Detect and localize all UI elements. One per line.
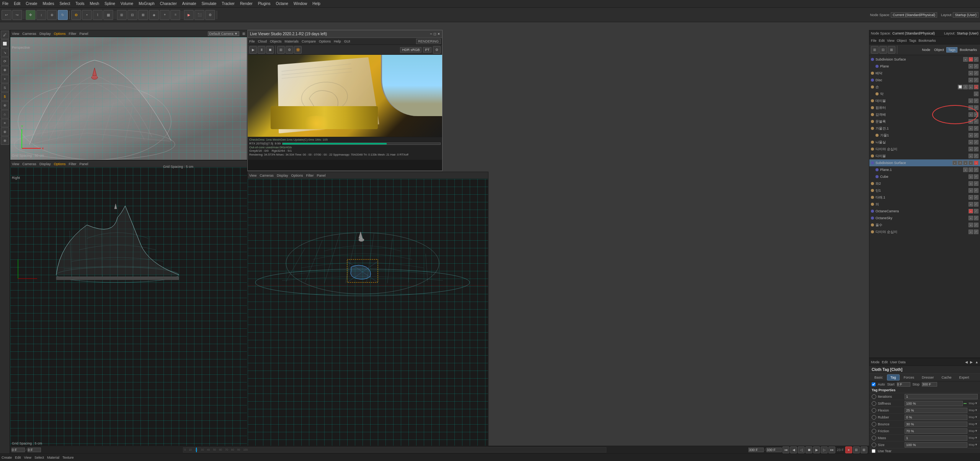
icon-24b[interactable]: ✓	[974, 216, 978, 220]
redo-btn[interactable]: ↪	[12, 10, 22, 20]
tool5[interactable]: ⌖	[160, 10, 170, 20]
menu-octane[interactable]: Octane	[276, 2, 288, 6]
vp-br-filter[interactable]: Filter	[306, 174, 314, 177]
stiff-arrow[interactable]: ▼	[975, 402, 978, 405]
lv-menu-options[interactable]: Options	[319, 39, 331, 43]
vp-br-panel[interactable]: Panel	[317, 174, 325, 177]
lv-tool2[interactable]: ⏸	[258, 46, 265, 54]
bounce-arrow[interactable]: ▼	[975, 422, 978, 426]
obj-computer[interactable]: 컴퓨터 ▪ ✓	[869, 104, 980, 111]
sidebar-btn-2[interactable]: ⬜	[1, 39, 9, 48]
menu-window[interactable]: Window	[294, 2, 307, 6]
icon-5a[interactable]: ⬜	[958, 85, 962, 89]
lv-menu-compare[interactable]: Compare	[302, 39, 316, 43]
auto-checkbox[interactable]	[872, 382, 875, 386]
lv-tool5[interactable]: ⚙	[286, 46, 293, 54]
rp-tool1[interactable]: ⊞	[871, 46, 879, 54]
bounce-circle[interactable]	[872, 422, 876, 427]
obj-subdiv2[interactable]: Subdivision Surface ▪ ⚠ ▪ ▪ ▪	[869, 159, 980, 166]
vp-bl-panel[interactable]: Panel	[79, 162, 88, 166]
vp-tl-view[interactable]: View	[12, 32, 19, 36]
obj-plane[interactable]: Plane ▪ ✓	[869, 63, 980, 70]
render3-btn[interactable]: ⚙	[205, 10, 215, 20]
tool6[interactable]: ⌗	[170, 10, 180, 20]
viewport-perspective[interactable]: View Cameras Display Options Filter Pane…	[10, 30, 247, 160]
menu-tracker[interactable]: Tracker	[222, 2, 235, 6]
point-mode-btn[interactable]: •	[82, 10, 92, 20]
icon-11b[interactable]: ✓	[974, 126, 978, 131]
stop-btn[interactable]: ⏹	[805, 446, 812, 453]
rp-tool3[interactable]: ⊠	[888, 46, 895, 54]
icon-4a[interactable]: ▪	[969, 78, 973, 82]
props-nav-fwd[interactable]: ▶	[970, 360, 973, 364]
icon-24a[interactable]: ▪	[969, 216, 973, 220]
icon-12b[interactable]: ✓	[974, 133, 978, 138]
rp-menu-object[interactable]: Object	[897, 39, 906, 43]
obj-din1[interactable]: 딘1 ▪ ✓	[869, 187, 980, 194]
scale-mode-btn[interactable]: ⊕	[47, 10, 57, 20]
menu-select[interactable]: Select	[59, 2, 70, 6]
viewport-right[interactable]: View Cameras Display Options Filter Pane…	[10, 160, 247, 453]
lv-menu-objects[interactable]: Objects	[270, 39, 282, 43]
render2-btn[interactable]: ⬛	[194, 10, 204, 20]
menu-animate[interactable]: Animate	[182, 2, 196, 6]
props-nav-back[interactable]: ◀	[965, 360, 968, 364]
go-start-btn[interactable]: ⏮	[782, 446, 789, 453]
sidebar-btn-12[interactable]: ⊕	[1, 128, 9, 136]
obj-plane1[interactable]: Plane.1 ▪ ▪ ✓	[869, 166, 980, 173]
rp-menu-bookmarks[interactable]: Bookmarks	[918, 39, 936, 43]
obj-badak[interactable]: 배닥 ▪ ✓	[869, 70, 980, 77]
icon-20b[interactable]: ✓	[974, 188, 978, 193]
lv-menu-gui[interactable]: GUI	[344, 39, 350, 43]
icon-18a[interactable]: ▪	[969, 174, 973, 179]
lv-menu-help[interactable]: Help	[334, 39, 341, 43]
icon-23b[interactable]: ✓	[974, 209, 978, 213]
next-frame-btn[interactable]: ▷	[821, 446, 828, 453]
lv-menu-materials[interactable]: Materials	[285, 39, 299, 43]
start-input[interactable]	[897, 382, 910, 387]
icon-22a[interactable]: ▪	[969, 202, 973, 207]
obj-olsu[interactable]: 올수 ▪ ✓	[869, 221, 980, 228]
vp-tl-display[interactable]: Display	[39, 32, 51, 36]
icon-16a[interactable]: ▪	[952, 161, 957, 165]
menu-modes[interactable]: Modes	[42, 2, 54, 6]
icon-16d[interactable]: ▪	[969, 161, 973, 165]
rp-menu-file[interactable]: File	[871, 39, 877, 43]
play-back-btn[interactable]: ◁	[798, 446, 805, 453]
icon-1a[interactable]: ▪	[963, 57, 968, 62]
rp-tab-tags[interactable]: Tags	[946, 47, 957, 52]
icon-13b[interactable]: ✓	[974, 140, 978, 144]
status-texture[interactable]: Texture	[62, 456, 74, 459]
icon-9b[interactable]: ✓	[974, 112, 978, 117]
mass-map[interactable]: Map	[969, 436, 975, 440]
vp-br-display[interactable]: Display	[277, 174, 288, 177]
rp-tab-node[interactable]: Node	[920, 48, 932, 52]
obj-son[interactable]: 손 ⬜ ⚠ ▪ ▪	[869, 84, 980, 90]
friction-input[interactable]	[905, 428, 967, 434]
icon-18b[interactable]: ✓	[974, 174, 978, 179]
mass-circle[interactable]	[872, 436, 876, 440]
obj-diamond2[interactable]: 다이야 순십이 ▪ ✓	[869, 228, 980, 235]
icon-14a[interactable]: ▪	[969, 147, 973, 151]
use-tear-checkbox[interactable]	[872, 449, 875, 453]
menu-file[interactable]: File	[2, 2, 8, 6]
sidebar-btn-8[interactable]: $	[1, 92, 9, 101]
props-tab-tag[interactable]: Tag	[887, 374, 900, 381]
icon-2b[interactable]: ✓	[974, 64, 978, 69]
lv-minimize[interactable]: −	[430, 32, 432, 36]
rubber-input[interactable]	[905, 415, 967, 420]
lv-pt-mode[interactable]: PT	[423, 47, 431, 52]
icon-10b[interactable]: ✓	[974, 119, 978, 124]
sidebar-btn-11[interactable]: ≡	[1, 119, 9, 127]
icon-19a[interactable]: ▪	[969, 181, 973, 186]
icon-15a[interactable]: ▪	[969, 154, 973, 158]
obj-darae[interactable]: 다래.1 ▪ ✓	[869, 194, 980, 201]
icon-12a[interactable]: ▪	[969, 133, 973, 138]
icon-20a[interactable]: ▪	[969, 188, 973, 193]
vp-br-options[interactable]: Options	[291, 174, 303, 177]
status-create[interactable]: Create	[2, 456, 12, 459]
icon-25b[interactable]: ✓	[974, 223, 978, 227]
obj-ak[interactable]: 악 ▪	[869, 90, 980, 97]
bounce-input[interactable]	[905, 422, 967, 427]
props-tab-forces[interactable]: Forces	[900, 374, 918, 381]
